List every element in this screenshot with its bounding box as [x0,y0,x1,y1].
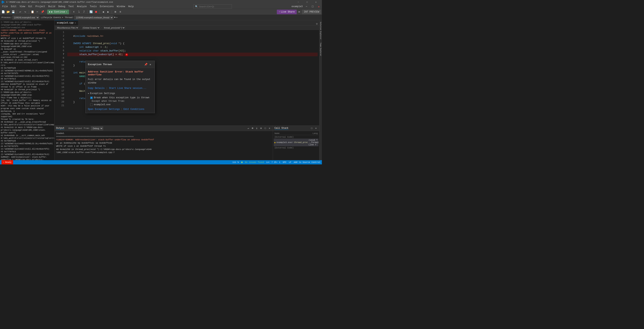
source-control-link[interactable]: Add to Source Control [294,161,320,164]
exception-close-button[interactable]: ✕ [148,62,152,66]
back-btn[interactable]: ◀ [101,10,106,14]
output-clear-btn[interactable]: ⊠ [251,127,254,130]
tab-example3-cpp-label: example3.cpp [57,22,74,24]
live-share-button[interactable]: ↑ Live Share [277,10,297,14]
menu-tools[interactable]: Tools [88,4,98,9]
menu-help[interactable]: Help [127,4,135,9]
error-icon: ⚐ [3,161,4,164]
live-share-session-link[interactable]: Start Live Share session... [109,87,146,90]
callstack-pin-btn[interactable]: □ [310,127,314,130]
continue-button[interactable]: ▶ ▶ Continue ▾ [47,10,69,14]
callstack-close-btn[interactable]: ✕ [314,127,318,130]
exc-exe-checkbox-row: example3.exe [90,103,152,106]
stop-btn[interactable]: ⏹ [94,10,98,14]
show-threads-btn[interactable]: ⊞ [113,10,118,14]
callstack-external-code-2-label: [External Code] [274,147,294,149]
tab-settings-icon[interactable]: ⚙ [316,22,318,26]
step-into-btn[interactable]: ⤵ [76,10,81,14]
solution-explorer-tab[interactable]: Solution Explorer [320,20,322,41]
exception-error-desc: Full error details can be found in the o… [88,78,152,84]
exc-settings-toggle[interactable]: ▸ Exception Settings [88,92,152,95]
status-ln-col[interactable]: Ln: 7 Ch: 1 [266,161,280,164]
title-bar-path: C:\MSDN\cpp-docs-pr\docs\c-language\ASAN… [6,1,294,3]
menu-test[interactable]: Test [67,4,76,9]
menu-debug[interactable]: Debug [57,4,67,9]
callstack-main-item[interactable]: ▶ example3.exe!thread_proc(void * __form… [274,138,318,146]
callstack-external-code-2[interactable]: [External Code] [274,146,318,149]
team-explorer-tab[interactable]: Team Explorer [320,41,322,58]
restart-btn[interactable]: 🔄 [89,10,93,14]
tab-example3-cpp[interactable]: example3.cpp ✕ [54,20,78,26]
step-out-btn[interactable]: ⤴ [82,10,86,14]
exc-exe-checkbox[interactable] [90,104,93,106]
toolbar-copy[interactable]: 📋 [30,10,35,14]
output-wrap-btn[interactable]: ↵ [246,127,250,130]
status-lf[interactable]: LF [289,161,291,164]
toolbar-new-file[interactable]: 📄 [1,10,6,14]
show-output-label: Show output from: [68,127,90,130]
exc-exe-label: example3.exe [94,103,110,106]
toolbar-paste[interactable]: 📌 [40,10,45,14]
code-line-6: volatile char stack_buffer[42]; [67,49,318,52]
func-dropdown[interactable]: thread_proc(void *) [103,26,125,30]
scope-dropdown[interactable]: (Global Scope) [82,26,100,30]
exception-pin-button[interactable]: 📌 [144,62,148,66]
open-exception-settings-link[interactable]: Open Exception Settings [88,108,120,111]
callstack-fn-name: thread_proc [294,141,308,144]
menu-bar: File Edit View Git Project Build Debug T… [0,4,322,9]
exc-footer-links: Open Exception Settings | Edit Condition… [88,108,152,111]
menu-view[interactable]: View [18,4,27,9]
misc-files-dropdown[interactable]: Miscellaneous Files [56,26,79,30]
window-controls: − □ ✕ [294,0,320,4]
toolbar-redo[interactable]: ↪ [23,10,28,14]
output-scroll-btn[interactable]: ⤓ [255,127,258,130]
menu-window[interactable]: Window [115,4,127,9]
menu-file[interactable]: File [1,4,10,9]
output-panel-title[interactable]: Output [56,127,64,130]
right-dock: Solution Explorer Team Explorer [319,20,322,160]
breadcrumb: Miscellaneous Files › (Global Scope) › t… [54,26,319,30]
int-preview-button[interactable]: INT PREVIEW [302,10,321,14]
search-input[interactable] [199,6,230,8]
callstack-title[interactable]: Call Stack [274,127,288,130]
close-button[interactable]: ✕ [312,0,320,4]
output-source-dropdown[interactable]: Debug [91,126,103,130]
menu-minimize-btn[interactable]: − [304,4,309,9]
process-info: Process: [19924] example3.exe [2,16,39,20]
menu-build[interactable]: Build [47,4,57,9]
menu-extensions[interactable]: Extensions [98,4,115,9]
share-arrow[interactable]: ⊳ [297,10,302,14]
toolbar-save[interactable]: 💾 [11,10,16,14]
tab-example3-cpp-close[interactable]: ✕ [74,22,76,24]
menu-project[interactable]: Project [34,4,47,9]
forward-btn[interactable]: ▶ [106,10,110,14]
output-find-btn[interactable]: ⚙ [259,127,263,130]
thread-dropdown[interactable]: [13508] example3.exelasan_thread [74,16,113,20]
status-error-indicator[interactable]: ⚐ Ready [2,160,13,164]
main-content: C:\MSDN\cpp-docs-pr\docs\c-language\ASAN… [0,20,322,160]
toolbar-open[interactable]: 📂 [6,10,10,14]
menu-analyze[interactable]: Analyze [75,4,88,9]
step-over-btn[interactable]: ⬇ [72,10,76,14]
lifecycle-info: Lifecycle Events ▾ [41,16,63,19]
toolbar-cut[interactable]: ✂ [35,10,40,14]
menu-close-btn[interactable]: ✕ [316,4,321,9]
status-spc[interactable]: SPC [282,161,286,164]
output-close-btn[interactable]: ✕ [268,127,271,130]
callstack-external-code-1[interactable]: [External Code] [274,136,318,138]
copy-details-link[interactable]: Copy Details [88,87,104,90]
menu-restore-btn[interactable]: □ [310,4,315,9]
edit-conditions-link[interactable]: Edit Conditions [124,108,144,111]
continue-dropdown-arrow[interactable]: ▾ [66,11,67,13]
toolbar-undo[interactable]: ↩ [18,10,22,14]
exc-break-checkbox[interactable]: ✓ [90,96,93,99]
status-zoom[interactable]: 111 % [232,161,239,164]
menu-git[interactable]: Git [26,4,34,9]
minimize-button[interactable]: − [294,0,303,4]
terminal-panel: C:\MSDN\cpp-docs-pr\docs\c-language\ASAN… [0,20,54,160]
process-dropdown[interactable]: [19924] example3.exe [12,16,39,20]
output-pin-btn[interactable]: □ [264,127,267,130]
menu-edit[interactable]: Edit [10,4,18,9]
maximize-button[interactable]: □ [303,0,312,4]
parallel-stacks-btn[interactable]: ≡ [118,10,122,14]
